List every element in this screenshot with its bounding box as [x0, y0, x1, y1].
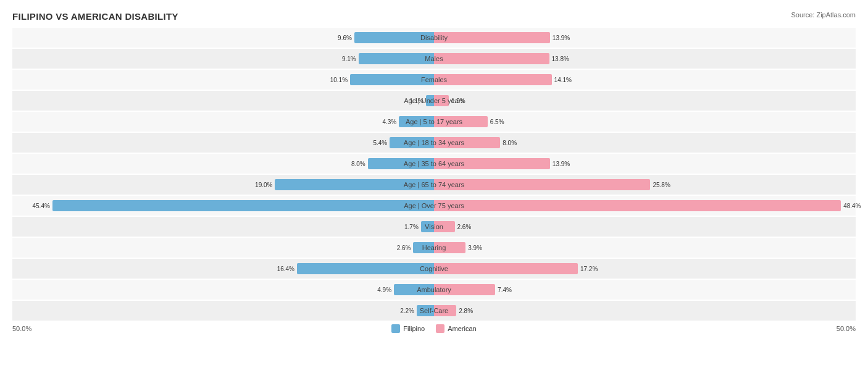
bar-area: Self-Care 2.2% 2.8% [12, 301, 856, 321]
legend: Filipino American [391, 324, 476, 333]
right-bar-7 [434, 179, 650, 190]
right-bar-2 [434, 74, 552, 85]
bar-row: Age | 18 to 34 years 5.4% 8.0% [12, 133, 856, 153]
bar-row: Disability 9.6% 13.9% [12, 28, 856, 48]
bar-label-1: Males [425, 55, 443, 62]
bar-area: Hearing 2.6% 3.9% [12, 238, 856, 258]
right-value-8: 48.4% [843, 203, 861, 209]
bar-label-9: Vision [425, 223, 443, 230]
bar-label-2: Females [421, 76, 447, 83]
bar-row: Age | 5 to 17 years 4.3% 6.5% [12, 112, 856, 132]
bar-row: Vision 1.7% 2.6% [12, 217, 856, 237]
left-value-8: 45.4% [32, 203, 49, 209]
chart-title: FILIPINO VS AMERICAN DISABILITY [12, 11, 178, 22]
bar-area: Age | Under 5 years 1.1% 1.9% [12, 91, 856, 111]
legend-color-american [436, 324, 444, 333]
bar-area: Age | 5 to 17 years 4.3% 6.5% [12, 112, 856, 132]
bar-label-10: Hearing [422, 244, 446, 251]
right-value-12: 7.4% [498, 287, 512, 293]
right-value-6: 13.9% [553, 161, 570, 167]
bar-area: Ambulatory 4.9% 7.4% [12, 280, 856, 300]
axis-label-right: 50.0% [837, 325, 856, 332]
legend-label-american: American [448, 325, 476, 332]
right-bar-8 [434, 200, 841, 211]
bar-label-3: Age | Under 5 years [404, 97, 464, 104]
legend-label-filipino: Filipino [403, 325, 425, 332]
left-bar-8 [52, 200, 434, 211]
bar-area: Females 10.1% 14.1% [12, 70, 856, 90]
bar-row: Age | Under 5 years 1.1% 1.9% [12, 91, 856, 111]
right-value-5: 8.0% [503, 140, 517, 146]
right-bar-0 [434, 32, 550, 43]
bar-row: Females 10.1% 14.1% [12, 70, 856, 90]
bar-area: Vision 1.7% 2.6% [12, 217, 856, 237]
left-value-9: 1.7% [404, 224, 419, 230]
left-value-11: 16.4% [277, 266, 294, 272]
chart-container: FILIPINO VS AMERICAN DISABILITY Source: … [0, 0, 868, 339]
bar-label-11: Cognitive [420, 265, 448, 272]
right-value-10: 3.9% [468, 245, 482, 251]
bar-label-6: Age | 35 to 64 years [404, 160, 464, 167]
chart-header: FILIPINO VS AMERICAN DISABILITY Source: … [12, 11, 856, 22]
bar-label-5: Age | 18 to 34 years [404, 139, 464, 146]
bar-label-13: Self-Care [420, 307, 448, 314]
bar-label-4: Age | 5 to 17 years [406, 118, 462, 125]
bar-row: Age | 65 to 74 years 19.0% 25.8% [12, 175, 856, 195]
right-value-11: 17.2% [580, 266, 598, 272]
right-value-4: 6.5% [490, 119, 504, 125]
bar-row: Age | Over 75 years 45.4% 48.4% [12, 196, 856, 216]
chart-footer: 50.0% Filipino American 50.0% [12, 324, 856, 333]
bar-row: Cognitive 16.4% 17.2% [12, 259, 856, 279]
left-value-6: 8.0% [351, 161, 365, 167]
bar-area: Cognitive 16.4% 17.2% [12, 259, 856, 279]
left-value-10: 2.6% [397, 245, 411, 251]
right-value-0: 13.9% [553, 35, 570, 41]
bar-label-7: Age | 65 to 74 years [404, 181, 464, 188]
chart-body: Disability 9.6% 13.9% Males 9.1% 13.8% F… [12, 28, 856, 321]
right-value-1: 13.8% [552, 56, 569, 62]
legend-color-filipino [391, 324, 400, 333]
left-value-12: 4.9% [377, 287, 391, 293]
left-value-1: 9.1% [342, 56, 356, 62]
left-value-4: 4.3% [382, 119, 396, 125]
left-value-13: 2.2% [400, 308, 414, 314]
bar-label-0: Disability [420, 34, 448, 41]
bar-area: Disability 9.6% 13.9% [12, 28, 856, 48]
chart-source: Source: ZipAtlas.com [791, 11, 856, 19]
bar-label-8: Age | Over 75 years [404, 202, 464, 209]
bar-row: Hearing 2.6% 3.9% [12, 238, 856, 258]
bar-row: Self-Care 2.2% 2.8% [12, 301, 856, 321]
right-value-9: 2.6% [457, 224, 472, 230]
right-value-7: 25.8% [653, 182, 670, 188]
left-bar-11 [297, 263, 434, 274]
bar-area: Age | 35 to 64 years 8.0% 13.9% [12, 154, 856, 174]
left-value-2: 10.1% [330, 77, 348, 83]
bar-row: Ambulatory 4.9% 7.4% [12, 280, 856, 300]
right-bar-1 [434, 53, 549, 64]
bar-label-12: Ambulatory [417, 286, 451, 293]
bar-area: Males 9.1% 13.8% [12, 49, 856, 69]
legend-item-american: American [436, 324, 476, 333]
right-value-13: 2.8% [459, 308, 473, 314]
left-bar-1 [359, 53, 434, 64]
left-value-7: 19.0% [255, 182, 272, 188]
bar-row: Age | 35 to 64 years 8.0% 13.9% [12, 154, 856, 174]
bar-area: Age | 18 to 34 years 5.4% 8.0% [12, 133, 856, 153]
legend-item-filipino: Filipino [391, 324, 425, 333]
bar-row: Males 9.1% 13.8% [12, 49, 856, 69]
left-value-0: 9.6% [338, 35, 352, 41]
right-bar-11 [434, 263, 578, 274]
right-value-2: 14.1% [554, 77, 572, 83]
axis-label-left: 50.0% [12, 325, 31, 332]
left-value-5: 5.4% [373, 140, 387, 146]
bar-area: Age | Over 75 years 45.4% 48.4% [12, 196, 856, 216]
bar-area: Age | 65 to 74 years 19.0% 25.8% [12, 175, 856, 195]
